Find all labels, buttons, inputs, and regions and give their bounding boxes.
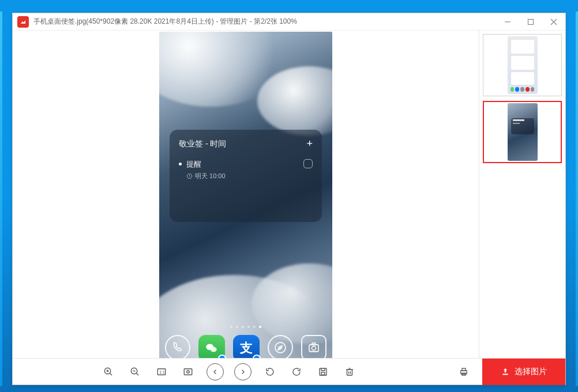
svg-point-9 (312, 346, 316, 350)
titlebar: 手机桌面便签.jpg(450*902像素 28.20K 2021年8月4日上传)… (13, 13, 565, 31)
svg-rect-1 (528, 19, 534, 24)
thumbnail-2[interactable] (483, 101, 562, 163)
zoom-in-button[interactable] (100, 364, 117, 380)
wechat-icon (198, 335, 225, 358)
task-title: 提醒 (186, 159, 226, 169)
homescreen-widget: 敬业签 - 时间 + 提醒 明天 10:00 (170, 130, 322, 222)
svg-rect-22 (320, 368, 326, 375)
bullet-icon (179, 163, 182, 165)
task-checkbox (303, 159, 313, 168)
thumbnail-1[interactable] (483, 34, 562, 96)
close-button[interactable] (546, 16, 562, 28)
svg-point-6 (211, 347, 217, 352)
upload-icon (501, 367, 510, 376)
svg-point-21 (187, 370, 190, 373)
next-button[interactable] (234, 363, 252, 380)
widget-title: 敬业签 - 时间 (179, 139, 226, 149)
svg-text:1:1: 1:1 (159, 370, 165, 374)
svg-rect-32 (502, 374, 508, 375)
print-button[interactable] (456, 364, 472, 380)
image-viewer-window: 手机桌面便签.jpg(450*902像素 28.20K 2021年8月4日上传)… (12, 13, 566, 385)
thumbnail-sidebar (479, 31, 565, 358)
alipay-icon: 支 (233, 335, 260, 358)
svg-rect-20 (184, 368, 192, 375)
plus-icon: + (306, 138, 313, 150)
clock-icon (186, 173, 193, 179)
svg-line-12 (110, 373, 112, 375)
camera-icon (301, 335, 326, 358)
maximize-button[interactable] (523, 16, 539, 28)
phone-dock: 支 (159, 335, 332, 358)
svg-rect-24 (347, 370, 352, 375)
svg-rect-30 (462, 368, 466, 371)
zoom-out-button[interactable] (127, 364, 143, 380)
actual-size-button[interactable]: 1:1 (153, 364, 170, 380)
rotate-right-button[interactable] (288, 364, 305, 380)
window-title: 手机桌面便签.jpg(450*902像素 28.20K 2021年8月4日上传)… (33, 17, 297, 27)
compass-icon (268, 335, 293, 358)
svg-rect-10 (312, 343, 316, 345)
app-logo (17, 16, 29, 28)
save-button[interactable] (315, 364, 331, 380)
page-indicator (159, 326, 332, 328)
select-image-label: 选择图片 (515, 367, 547, 377)
preview-image: 敬业签 - 时间 + 提醒 明天 10:00 (159, 32, 332, 358)
select-image-button[interactable]: 选择图片 (482, 359, 565, 385)
rotate-left-button[interactable] (262, 364, 278, 380)
svg-rect-23 (321, 372, 325, 375)
task-time: 明天 10:00 (195, 172, 226, 180)
fit-screen-button[interactable] (180, 364, 196, 380)
svg-line-16 (136, 373, 138, 375)
minimize-button[interactable] (500, 16, 516, 28)
image-canvas[interactable]: 敬业签 - 时间 + 提醒 明天 10:00 (13, 31, 479, 358)
bottom-toolbar: 1:1 选择图片 (13, 358, 565, 385)
previous-button[interactable] (207, 363, 224, 380)
phone-icon (165, 335, 190, 358)
delete-button[interactable] (341, 364, 358, 380)
